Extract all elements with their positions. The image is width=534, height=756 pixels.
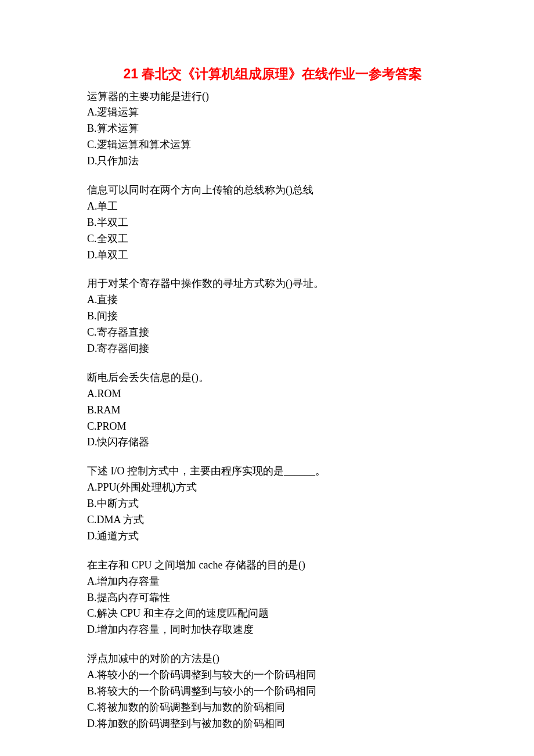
question-text: 信息可以同时在两个方向上传输的总线称为()总线: [87, 182, 459, 199]
question-option: D.只作加法: [87, 153, 459, 170]
question-option: B.中断方式: [87, 496, 459, 512]
question-option: C.解决 CPU 和主存之间的速度匹配问题: [87, 606, 459, 622]
question-option: D.快闪存储器: [87, 434, 459, 451]
question-option: A.增加内存容量: [87, 574, 459, 590]
question-block: 用于对某个寄存器中操作数的寻址方式称为()寻址。 A.直接 B.间接 C.寄存器…: [87, 276, 459, 357]
question-option: D.增加内存容量，同时加快存取速度: [87, 622, 459, 638]
question-option: B.RAM: [87, 402, 459, 419]
question-option: C.全双工: [87, 231, 459, 247]
question-text: 用于对某个寄存器中操作数的寻址方式称为()寻址。: [87, 276, 459, 292]
question-option: B.将较大的一个阶码调整到与较小的一个阶码相同: [87, 683, 459, 700]
question-block: 运算器的主要功能是进行() A.逻辑运算 B.算术运算 C.逻辑运算和算术运算 …: [87, 89, 459, 170]
question-option: A.PPU(外围处理机)方式: [87, 480, 459, 496]
question-block: 在主存和 CPU 之间增加 cache 存储器的目的是() A.增加内存容量 B…: [87, 557, 459, 638]
question-option: A.单工: [87, 199, 459, 215]
question-option: B.提高内存可靠性: [87, 590, 459, 606]
question-text: 在主存和 CPU 之间增加 cache 存储器的目的是(): [87, 557, 459, 574]
question-option: C.将被加数的阶码调整到与加数的阶码相同: [87, 700, 459, 716]
question-option: A.直接: [87, 292, 459, 308]
question-option: C.DMA 方式: [87, 512, 459, 528]
question-option: A.逻辑运算: [87, 105, 459, 121]
question-option: C.逻辑运算和算术运算: [87, 137, 459, 153]
question-option: D.通道方式: [87, 528, 459, 545]
question-option: B.半双工: [87, 215, 459, 231]
question-block: 浮点加减中的对阶的方法是() A.将较小的一个阶码调整到与较大的一个阶码相同 B…: [87, 651, 459, 732]
question-block: 断电后会丢失信息的是()。 A.ROM B.RAM C.PROM D.快闪存储器: [87, 370, 459, 451]
question-option: D.寄存器间接: [87, 341, 459, 357]
question-option: A.将较小的一个阶码调整到与较大的一个阶码相同: [87, 667, 459, 683]
question-block: 信息可以同时在两个方向上传输的总线称为()总线 A.单工 B.半双工 C.全双工…: [87, 182, 459, 263]
question-option: C.寄存器直接: [87, 325, 459, 341]
question-text: 断电后会丢失信息的是()。: [87, 370, 459, 386]
question-option: B.间接: [87, 308, 459, 325]
question-option: A.ROM: [87, 386, 459, 402]
question-option: B.算术运算: [87, 121, 459, 137]
question-option: C.PROM: [87, 419, 459, 435]
page-title: 21 春北交《计算机组成原理》在线作业一参考答案: [87, 64, 459, 84]
question-option: D.单双工: [87, 247, 459, 264]
question-text: 运算器的主要功能是进行(): [87, 89, 459, 105]
question-block: 下述 I/O 控制方式中，主要由程序实现的是______。 A.PPU(外围处理…: [87, 463, 459, 544]
question-text: 下述 I/O 控制方式中，主要由程序实现的是______。: [87, 463, 459, 480]
question-option: D.将加数的阶码调整到与被加数的阶码相同: [87, 716, 459, 732]
document-page: 21 春北交《计算机组成原理》在线作业一参考答案 运算器的主要功能是进行() A…: [0, 0, 534, 756]
question-text: 浮点加减中的对阶的方法是(): [87, 651, 459, 667]
